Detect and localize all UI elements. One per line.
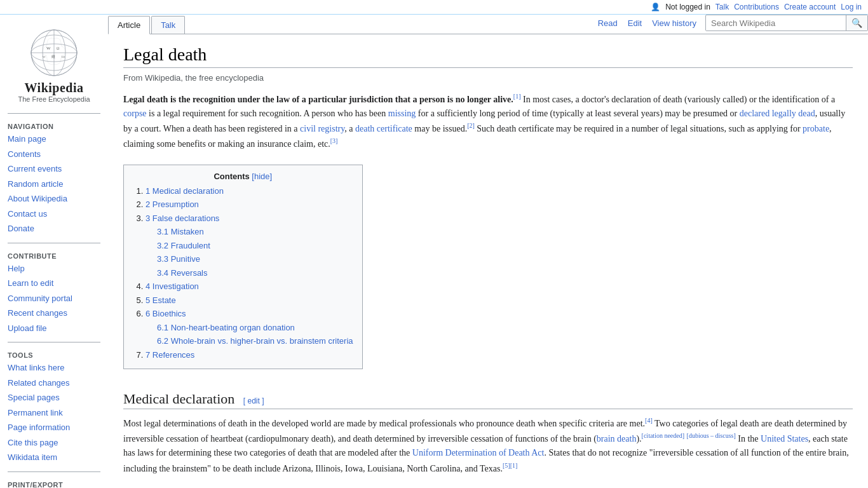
toc-link-brain-criteria[interactable]: 6.2 Whole-brain vs. higher-brain vs. bra… [157,336,353,346]
tabs-left: Article Talk [108,16,186,34]
article-intro: Legal death is the recognition under the… [123,92,853,152]
uniform-act-link[interactable]: Uniform Determination of Death Act [412,448,545,458]
sidebar-item-community-portal[interactable]: Community portal [0,291,108,306]
svg-text:維: 維 [51,55,55,58]
from-wiki: From Wikipedia, the free encyclopedia [123,73,853,83]
content-area: Article Talk Read Edit View history 🔍 Le… [108,15,868,488]
article-title: Legal death [123,44,853,68]
civil-registry-link[interactable]: civil registry [300,124,344,133]
tab-bar: Article Talk Read Edit View history 🔍 [108,15,868,34]
nav-section-title: Navigation [0,120,108,132]
contributions-link[interactable]: Contributions [734,3,779,11]
toc-sublist-3: 3.1 Mistaken 3.2 Fraudulent 3.3 Punitive… [146,226,353,279]
tab-article[interactable]: Article [108,16,150,34]
sidebar-item-upload-file[interactable]: Upload file [0,321,108,336]
table-of-contents: Contents [hide] 1 Medical declaration 2 … [123,165,363,370]
corpse-link[interactable]: corpse [123,109,147,118]
log-in-link[interactable]: Log in [841,3,862,11]
svg-text:W: W [46,46,51,51]
tools-section: Tools What links here Related changes Sp… [0,345,108,469]
toc-sublist-6: 6.1 Non-heart-beating organ donation 6.2… [146,322,353,348]
user-icon: 👤 [651,3,660,11]
section1-paragraph: Most legal determinations of death in th… [123,416,853,476]
create-account-link[interactable]: Create account [784,3,836,11]
sidebar-item-contact-us[interactable]: Contact us [0,207,108,222]
toc-item-4: 4 Investigation [146,280,353,293]
ref-2[interactable]: [2] [467,122,475,129]
probate-link[interactable]: probate [803,124,829,133]
toc-link-mistaken[interactable]: 3.1 Mistaken [157,227,204,236]
sidebar-item-permanent-link[interactable]: Permanent link [0,405,108,421]
sidebar-item-donate[interactable]: Donate [0,221,108,236]
ref-1[interactable]: [1] [513,93,521,100]
toc-link-false-declarations[interactable]: 3 False declarations [146,214,219,223]
toc-link-estate[interactable]: 5 Estate [146,295,176,305]
toc-item-3: 3 False declarations 3.1 Mistaken 3.2 Fr… [146,212,353,280]
toc-link-nhb-organ[interactable]: 6.1 Non-heart-beating organ donation [157,323,295,332]
toc-item-3-2: 3.2 Fraudulent [157,240,353,252]
print-section-title: Print/export [0,478,108,489]
sidebar-item-wikidata-item[interactable]: Wikidata item [0,450,108,465]
toc-item-3-3: 3.3 Punitive [157,253,353,266]
toc-link-investigation[interactable]: 4 Investigation [146,281,199,291]
search-button[interactable]: 🔍 [846,15,867,30]
united-states-link[interactable]: United States [761,434,808,444]
tab-view-history[interactable]: View history [647,16,702,30]
sidebar-item-contents[interactable]: Contents [0,147,108,162]
toc-item-3-1: 3.1 Mistaken [157,226,353,238]
citation-needed[interactable]: [citation needed] [642,432,684,439]
missing-link[interactable]: missing [388,109,416,118]
toc-link-references[interactable]: 7 References [146,350,194,360]
sidebar-item-help[interactable]: Help [0,261,108,276]
search-input[interactable] [706,16,846,30]
toc-link-medical[interactable]: 1 Medical declaration [146,186,224,196]
dubious-discuss[interactable]: [dubious – discuss] [687,432,736,439]
tabs-right: Read Edit View history 🔍 [593,15,868,34]
contribute-section: Contribute Help Learn to edit Community … [0,246,108,340]
logo-globe: W Ω 維 W Ш [29,27,79,78]
sidebar-item-what-links-here[interactable]: What links here [0,360,108,376]
section1-heading: Medical declaration [ edit ] [123,391,853,409]
tab-edit[interactable]: Edit [623,16,647,30]
sidebar-item-cite-this-page[interactable]: Cite this page [0,435,108,451]
tab-talk[interactable]: Talk [151,16,185,34]
svg-text:Ш: Ш [62,55,65,58]
declared-legally-dead-link[interactable]: declared legally dead [740,109,815,118]
sidebar-item-random-article[interactable]: Random article [0,177,108,192]
toc-link-punitive[interactable]: 3.3 Punitive [157,254,200,264]
sidebar-item-main-page[interactable]: Main page [0,132,108,147]
death-certificate-link[interactable]: death certificate [355,124,412,133]
sidebar: W Ω 維 W Ш Wikipedia The Free Encyclopedi… [0,15,108,488]
toc-list: 1 Medical declaration 2 Presumption 3 Fa… [133,185,353,362]
toc-item-3-4: 3.4 Reversals [157,267,353,280]
sidebar-item-related-changes[interactable]: Related changes [0,376,108,391]
talk-link[interactable]: Talk [715,3,729,11]
sidebar-item-current-events[interactable]: Current events [0,161,108,177]
not-logged-in: Not logged in [665,3,710,11]
contribute-section-title: Contribute [0,250,108,261]
ref-4[interactable]: [4] [645,417,653,424]
ref-5[interactable]: [5] [503,462,510,469]
brain-death-link[interactable]: brain death [597,434,637,444]
sidebar-item-recent-changes[interactable]: Recent changes [0,306,108,321]
toc-link-presumption[interactable]: 2 Presumption [146,200,199,209]
top-bar: 👤 Not logged in Talk Contributions Creat… [0,0,868,15]
print-section: Print/export Download as PDF Printable v… [0,475,108,489]
tab-read[interactable]: Read [593,16,623,30]
toc-link-reversals[interactable]: 3.4 Reversals [157,268,208,278]
sidebar-item-learn-to-edit[interactable]: Learn to edit [0,276,108,291]
sidebar-item-about-wikipedia[interactable]: About Wikipedia [0,191,108,207]
toc-link-bioethics[interactable]: 6 Bioethics [146,309,186,318]
ref-3[interactable]: [3] [330,137,338,144]
toc-link-fraudulent[interactable]: 3.2 Fraudulent [157,241,210,250]
nav-section: Navigation Main page Contents Current ev… [0,116,108,240]
toc-item-5: 5 Estate [146,294,353,307]
sidebar-item-page-information[interactable]: Page information [0,420,108,435]
ref-1b[interactable]: [1] [510,462,518,469]
layout: W Ω 維 W Ш Wikipedia The Free Encyclopedi… [0,15,868,488]
article-intro-bold: Legal death is the recognition under the… [123,95,513,104]
sidebar-item-special-pages[interactable]: Special pages [0,390,108,405]
toc-item-6-1: 6.1 Non-heart-beating organ donation [157,322,353,334]
section1-edit-link[interactable]: [ edit ] [243,396,264,405]
toc-hide-link[interactable]: [hide] [252,172,272,181]
